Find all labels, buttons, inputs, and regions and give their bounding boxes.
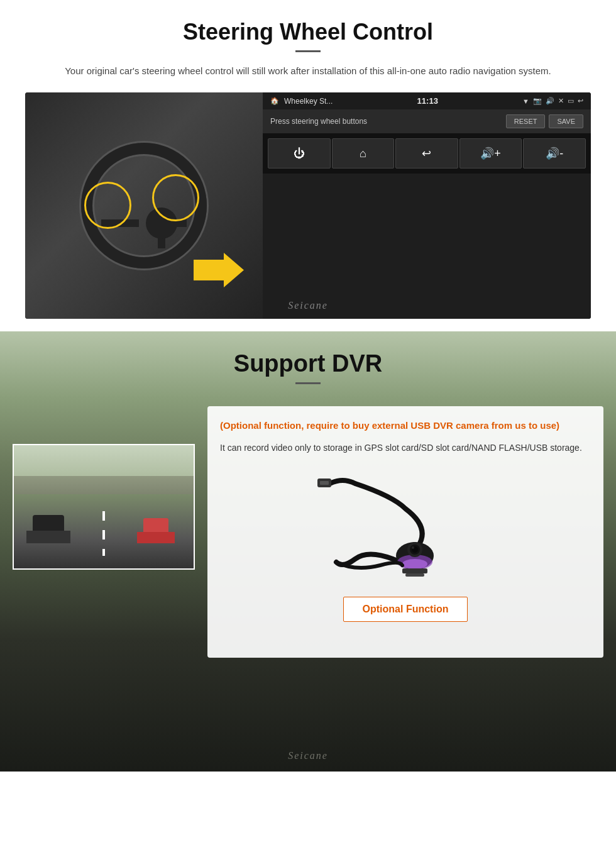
optional-function-button[interactable]: Optional Function [343, 597, 468, 622]
dvr-info-card: (Optional function, require to buy exter… [207, 406, 603, 658]
volume-icon: 🔊 [546, 97, 554, 105]
status-bar: 🏠 Wheelkey St... 11:13 ▼ 📷 🔊 ✕ ▭ ↩ [263, 92, 591, 109]
svg-point-8 [412, 546, 414, 549]
button-group[interactable]: RESET SAVE [506, 114, 583, 128]
control-power[interactable]: ⏻ [268, 138, 331, 169]
dvr-title-area: Support DVR [0, 331, 616, 394]
dvr-title-underline [295, 382, 321, 384]
dvr-camera-svg [305, 471, 506, 584]
dvr-small-screenshot [13, 444, 195, 570]
android-screen: 🏠 Wheelkey St... 11:13 ▼ 📷 🔊 ✕ ▭ ↩ Press… [263, 92, 591, 319]
dvr-title: Support DVR [0, 350, 616, 377]
wifi-icon: ▼ [522, 97, 529, 105]
swc-image-container: 🏠 Wheelkey St... 11:13 ▼ 📷 🔊 ✕ ▭ ↩ Press… [25, 92, 591, 319]
control-back[interactable]: ↩ [395, 138, 458, 169]
svg-rect-9 [402, 568, 427, 573]
statusbar-icons: ▼ 📷 🔊 ✕ ▭ ↩ [522, 97, 583, 105]
swc-title-underline [295, 50, 321, 52]
control-vol-up[interactable]: 🔊+ [459, 138, 522, 169]
swc-subtitle: Your original car's steering wheel contr… [25, 64, 591, 79]
close-icon: ✕ [558, 97, 564, 105]
instruction-text: Press steering wheel buttons [270, 117, 367, 126]
dvr-camera-visual [220, 465, 591, 590]
dvr-watermark: Seicane [288, 750, 328, 761]
dvr-optional-text: (Optional function, require to buy exter… [220, 419, 591, 433]
swc-title: Steering Wheel Control [25, 19, 591, 45]
steering-wheel-bg [25, 92, 263, 319]
svg-point-4 [402, 559, 427, 569]
optional-function-button-row[interactable]: Optional Function [220, 597, 591, 622]
highlight-circle-right [152, 174, 199, 221]
statusbar-left: 🏠 Wheelkey St... [270, 97, 333, 106]
controls-grid: ⏻ ⌂ ↩ 🔊+ 🔊- [263, 133, 591, 174]
screen-icon: ▭ [568, 97, 574, 105]
dvr-content-area: (Optional function, require to buy exter… [0, 394, 616, 683]
svg-rect-1 [320, 481, 329, 485]
steering-wheel-graphic [75, 136, 213, 275]
highlight-circle-left [84, 182, 131, 229]
control-home[interactable]: ⌂ [332, 138, 395, 169]
save-button[interactable]: SAVE [549, 114, 583, 128]
back-icon: ↩ [578, 97, 583, 105]
dvr-description: It can record video only to storage in G… [220, 441, 591, 455]
app-name: Wheelkey St... [284, 97, 333, 106]
signal-icon: 📷 [533, 97, 542, 105]
dvr-section: Support DVR (Optional function, require … [0, 331, 616, 772]
control-vol-down[interactable]: 🔊- [523, 138, 586, 169]
svg-rect-10 [405, 573, 424, 577]
car-body [26, 531, 70, 543]
reset-button[interactable]: RESET [506, 114, 546, 128]
screenshot-lane-marking [102, 511, 105, 556]
android-content: Press steering wheel buttons RESET SAVE … [263, 109, 591, 319]
steering-wheel-section: Steering Wheel Control Your original car… [0, 0, 616, 331]
statusbar-time: 11:13 [333, 96, 522, 106]
instruction-bar: Press steering wheel buttons RESET SAVE [263, 109, 591, 133]
home-icon: 🏠 [270, 97, 279, 105]
car-red-body [137, 532, 175, 543]
